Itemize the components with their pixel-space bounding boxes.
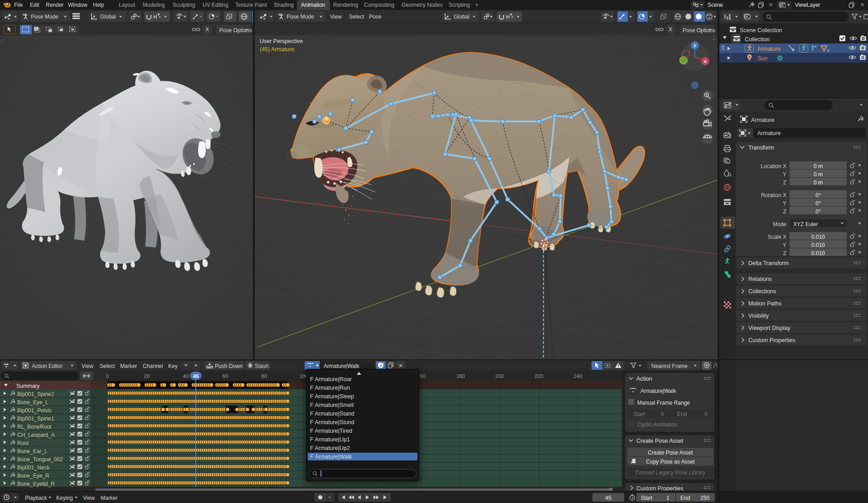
svg-text:‹: ‹ <box>713 37 715 42</box>
svg-text:2: 2 <box>827 48 829 52</box>
svg-text:X: X <box>704 59 707 64</box>
svg-text:(45) Armature: (45) Armature <box>260 46 294 53</box>
svg-text:Z: Z <box>693 43 696 48</box>
svg-text:›: › <box>1 39 3 44</box>
svg-text:User Perspective: User Perspective <box>260 38 303 44</box>
